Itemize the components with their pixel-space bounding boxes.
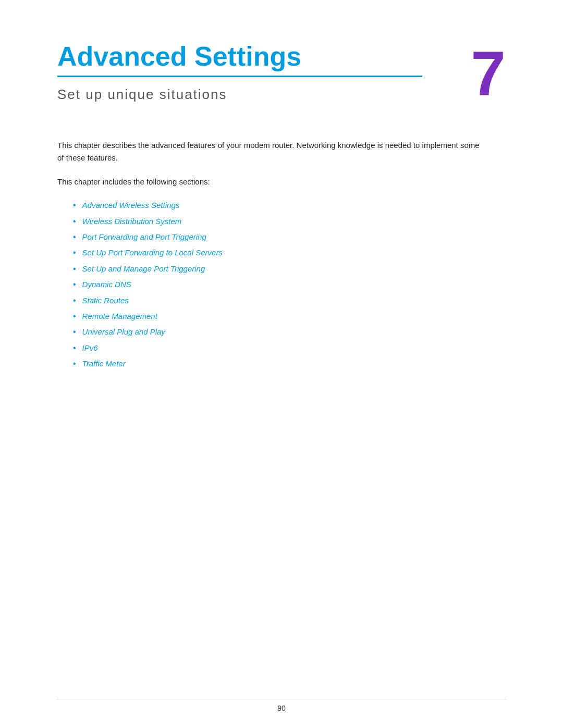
toc-link-remote-management[interactable]: Remote Management [82, 309, 157, 324]
toc-link-wds[interactable]: Wireless Distribution System [82, 214, 182, 229]
page-number: 90 [277, 704, 286, 712]
list-item[interactable]: Static Routes [73, 293, 506, 309]
list-item[interactable]: IPv6 [73, 340, 506, 356]
toc-link-port-forwarding[interactable]: Port Forwarding and Port Triggering [82, 230, 206, 245]
toc-link-setup-port-forwarding[interactable]: Set Up Port Forwarding to Local Servers [82, 245, 223, 261]
sections-intro: This chapter includes the following sect… [57, 176, 506, 188]
list-item[interactable]: Port Forwarding and Port Triggering [73, 229, 506, 245]
list-item[interactable]: Advanced Wireless Settings [73, 198, 506, 213]
toc-list: Advanced Wireless Settings Wireless Dist… [73, 198, 506, 372]
list-item[interactable]: Set Up and Manage Port Triggering [73, 261, 506, 277]
content-area: This chapter describes the advanced feat… [57, 139, 506, 697]
list-item[interactable]: Wireless Distribution System [73, 214, 506, 229]
page-container: 7 Advanced Settings Set up unique situat… [0, 0, 563, 728]
list-item[interactable]: Traffic Meter [73, 356, 506, 372]
intro-paragraph-1: This chapter describes the advanced feat… [57, 139, 485, 164]
footer-line [57, 699, 506, 699]
toc-link-dynamic-dns[interactable]: Dynamic DNS [82, 277, 131, 292]
toc-link-traffic-meter[interactable]: Traffic Meter [82, 356, 126, 372]
list-item[interactable]: Universal Plug and Play [73, 324, 506, 340]
chapter-subtitle: Set up unique situations [57, 87, 422, 103]
list-item[interactable]: Remote Management [73, 309, 506, 324]
chapter-number: 7 [471, 42, 506, 104]
toc-link-upnp[interactable]: Universal Plug and Play [82, 325, 165, 340]
title-underline [57, 76, 422, 77]
list-item[interactable]: Dynamic DNS [73, 277, 506, 292]
toc-link-port-triggering[interactable]: Set Up and Manage Port Triggering [82, 262, 205, 277]
title-section: Advanced Settings Set up unique situatio… [57, 42, 506, 103]
chapter-title: Advanced Settings [57, 42, 422, 71]
toc-link-ipv6[interactable]: IPv6 [82, 341, 98, 356]
list-item[interactable]: Set Up Port Forwarding to Local Servers [73, 245, 506, 261]
toc-link-advanced-wireless[interactable]: Advanced Wireless Settings [82, 198, 180, 213]
toc-link-static-routes[interactable]: Static Routes [82, 293, 129, 309]
